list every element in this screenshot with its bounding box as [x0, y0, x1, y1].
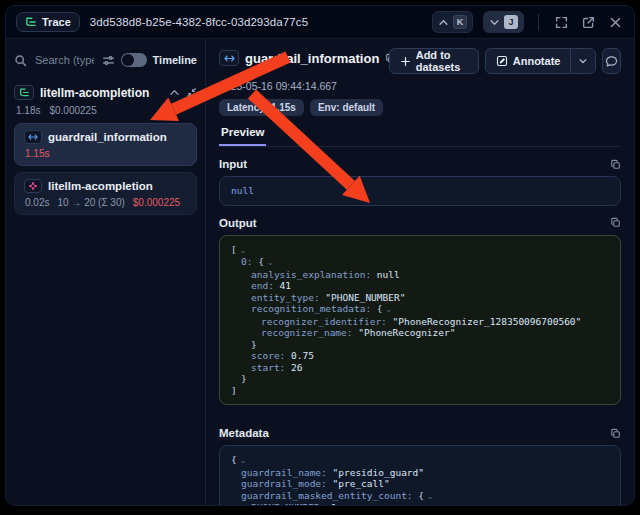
search-icon	[14, 54, 27, 67]
root-cost: $0.000225	[49, 105, 96, 116]
shortcut-key-j: J	[504, 15, 518, 29]
tree-item-guardrail-information[interactable]: guardrail_information 1.15s	[14, 123, 197, 166]
input-section-title: Input	[219, 158, 247, 170]
tree-root-trace[interactable]: litellm-acompletion	[14, 83, 197, 102]
observation-detail-panel: guardrail_information ID	[206, 39, 634, 505]
comment-bubble-icon	[605, 55, 618, 68]
filter-sliders-icon[interactable]	[102, 54, 115, 67]
input-section: Input null	[219, 158, 621, 206]
annotate-label: Annotate	[513, 55, 561, 67]
trace-type-badge: Trace	[16, 12, 80, 32]
trace-tree-icon	[14, 85, 34, 100]
prev-trace-button[interactable]: K	[432, 11, 473, 33]
timeline-toggle-label: Timeline	[153, 54, 197, 66]
annotate-split-button: Annotate	[485, 48, 597, 74]
annotate-button[interactable]: Annotate	[486, 49, 571, 73]
metadata-json: { ⌄guardrail_name: "presidio_guard"guard…	[219, 445, 621, 506]
root-trace-label: litellm-acompletion	[40, 86, 163, 100]
search-input[interactable]	[33, 53, 96, 67]
output-section: Output [ ⌄0: { ⌄analysis_explanation: nu…	[219, 217, 621, 406]
timeline-toggle[interactable]	[121, 53, 147, 67]
item-cost: $0.000225	[133, 197, 180, 208]
tab-bar: Preview	[219, 126, 621, 147]
add-to-datasets-label: Add to datasets	[416, 49, 468, 73]
trace-detail-window: Trace 3dd538d8-b25e-4382-8fcc-03d293da77…	[5, 5, 635, 506]
item-latency: 0.02s	[25, 197, 49, 208]
annotate-pencil-icon	[496, 55, 508, 67]
close-button[interactable]	[607, 14, 624, 31]
copy-icon[interactable]	[610, 159, 621, 170]
latency-badge: Latency: 1.15s	[219, 99, 304, 116]
comments-button[interactable]	[602, 48, 621, 74]
item-latency: 1.15s	[25, 148, 49, 159]
open-external-button[interactable]	[580, 14, 597, 31]
page-title: guardrail_information	[245, 51, 379, 66]
annotate-dropdown-button[interactable]	[571, 49, 595, 73]
trace-tree-icon	[25, 16, 37, 28]
root-trace-metrics: 1.18s $0.000225	[16, 105, 197, 116]
trace-id: 3dd538d8-b25e-4382-8fcc-03d293da77c5	[90, 16, 308, 28]
output-section-title: Output	[219, 217, 257, 229]
trace-tree-sidebar: Timeline litellm-acompletion	[6, 39, 206, 505]
tree-item-label: guardrail_information	[48, 131, 167, 143]
timestamp: 2025-05-16 09:44:14.667	[219, 80, 621, 92]
tab-preview[interactable]: Preview	[219, 126, 266, 146]
plus-icon	[400, 56, 411, 67]
collapse-chevron-icon[interactable]	[169, 87, 180, 98]
chevron-down-icon	[489, 17, 500, 28]
chevron-up-icon	[438, 17, 449, 28]
collapse-all-icon[interactable]	[186, 87, 197, 98]
input-value-box: null	[219, 176, 621, 206]
copy-icon[interactable]	[610, 217, 621, 228]
generation-sparkle-icon	[24, 179, 42, 193]
input-value: null	[231, 185, 254, 196]
chevron-down-icon	[578, 56, 588, 66]
tree-item-label: litellm-acompletion	[48, 180, 153, 192]
topbar: Trace 3dd538d8-b25e-4382-8fcc-03d293da77…	[6, 6, 634, 39]
tree-item-litellm-acompletion[interactable]: litellm-acompletion 0.02s 10 → 20 (Σ 30)…	[14, 172, 197, 215]
metadata-section: Metadata { ⌄guardrail_name: "presidio_gu…	[219, 427, 621, 506]
span-arrows-icon	[219, 50, 239, 66]
env-badge: Env: default	[310, 99, 383, 116]
expand-view-button[interactable]	[553, 14, 570, 31]
copy-icon[interactable]	[610, 428, 621, 439]
trace-badge-label: Trace	[42, 16, 71, 28]
metadata-section-title: Metadata	[219, 427, 269, 439]
shortcut-key-k: K	[453, 15, 467, 29]
next-trace-button[interactable]: J	[483, 11, 524, 33]
output-json: [ ⌄0: { ⌄analysis_explanation: nullend: …	[219, 235, 621, 406]
item-tokens: 10 → 20 (Σ 30)	[57, 197, 124, 208]
root-latency: 1.18s	[16, 105, 40, 116]
add-to-datasets-button[interactable]: Add to datasets	[389, 48, 479, 74]
span-arrows-icon	[24, 130, 42, 144]
